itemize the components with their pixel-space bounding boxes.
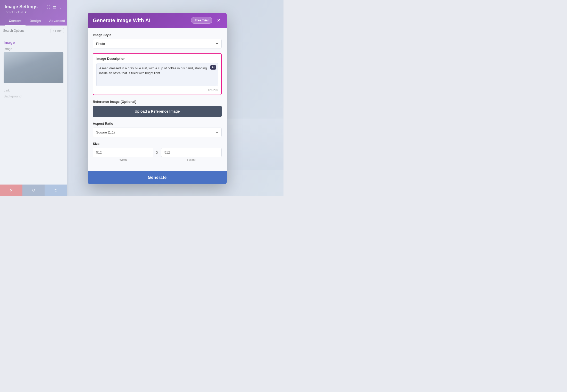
aspect-ratio-select[interactable]: Square (1:1) Landscape (16:9) Portrait (… (93, 128, 222, 137)
upload-reference-button[interactable]: Upload a Reference Image (93, 106, 222, 117)
free-trial-badge[interactable]: Free Trial (191, 17, 212, 24)
modal-overlay: Generate Image With AI Free Trial ✕ Imag… (0, 0, 284, 196)
modal-body: Image Style Photo Illustration 3D Painti… (88, 28, 227, 171)
char-count: 128/200 (96, 88, 218, 91)
image-style-group: Image Style Photo Illustration 3D Painti… (93, 33, 222, 48)
reference-image-label: Reference Image (Optional) (93, 100, 222, 104)
reference-image-group: Reference Image (Optional) Upload a Refe… (93, 100, 222, 117)
height-group: Height (161, 148, 222, 161)
size-row: Width X Height (93, 148, 222, 161)
image-style-select[interactable]: Photo Illustration 3D Painting (93, 39, 222, 48)
width-group: Width (93, 148, 153, 161)
image-description-group: Image Description A man dressed in a gra… (93, 53, 222, 95)
height-label: Height (161, 158, 222, 161)
description-textarea[interactable]: A man dressed in a gray blue suit, with … (96, 63, 218, 86)
generate-button[interactable]: Generate (88, 171, 227, 184)
description-label: Image Description (96, 57, 218, 61)
width-input[interactable] (93, 148, 153, 157)
modal-footer: Generate (88, 171, 227, 184)
modal-header-right: Free Trial ✕ (191, 17, 222, 24)
size-label: Size (93, 142, 222, 146)
width-label: Width (93, 158, 153, 161)
aspect-ratio-label: Aspect Ratio (93, 122, 222, 126)
generate-image-modal: Generate Image With AI Free Trial ✕ Imag… (88, 13, 227, 184)
textarea-wrapper: A man dressed in a gray blue suit, with … (96, 63, 218, 87)
image-style-label: Image Style (93, 33, 222, 37)
size-separator: X (156, 151, 158, 155)
size-group: Size Width X Height (93, 142, 222, 161)
modal-header: Generate Image With AI Free Trial ✕ (88, 13, 227, 28)
modal-title: Generate Image With AI (93, 18, 151, 23)
height-input[interactable] (161, 148, 222, 157)
ai-enhance-button[interactable]: AI (210, 65, 216, 70)
aspect-ratio-group: Aspect Ratio Square (1:1) Landscape (16:… (93, 122, 222, 137)
modal-close-button[interactable]: ✕ (215, 17, 222, 23)
